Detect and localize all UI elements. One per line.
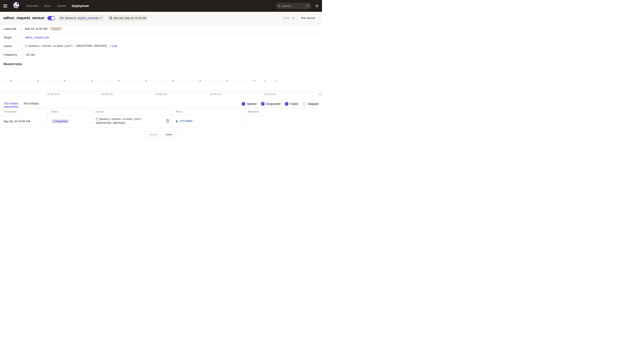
tick-dot-skipped[interactable] — [91, 80, 93, 82]
latest-tick-time: Sep 18, 11:00 AM — [25, 27, 47, 30]
run-status-dot — [176, 120, 178, 122]
refresh-countdown: 0:14 — [284, 17, 289, 20]
cell-requests — [244, 115, 322, 128]
cursor-label: Cursor — [0, 42, 22, 50]
axis-tick-label: 11:01 a.m. — [264, 93, 276, 96]
tick-dot-skipped[interactable] — [145, 80, 147, 82]
col-status: Status — [48, 108, 92, 115]
tab-tick-history[interactable]: Tick history — [4, 102, 18, 108]
sensor-details: Latest tick Sep 18, 11:00 AM Skipped Tar… — [0, 25, 322, 59]
frequency-value: ~30 sec — [25, 53, 35, 56]
tick-dot-skipped[interactable] — [64, 80, 66, 82]
filter-failed[interactable]: ✓Failed — [285, 102, 298, 106]
search-shortcut-key: / — [306, 4, 310, 8]
table-header-row: Timestamp Status Cursor Runs Requests — [0, 108, 322, 115]
timeline-gridline — [270, 69, 270, 91]
tick-dot-skipped[interactable] — [37, 80, 39, 82]
row-cursor-value: {"january-staten-island.json": 169479759… — [96, 117, 159, 125]
checkbox-icon — [303, 102, 306, 106]
newer-label: Newer — [149, 133, 158, 136]
menu-icon[interactable] — [3, 3, 9, 9]
nav-item-deployment[interactable]: Deployment — [72, 4, 89, 8]
cursor-row: Cursor {"january-staten-island.json": 16… — [0, 42, 322, 50]
col-runs: Runs — [172, 108, 244, 115]
axis-tick-label: 10:57 a.m. — [47, 93, 60, 96]
left-arrow-icon: ← — [145, 133, 148, 136]
reload-location-icon[interactable]: ⟳ — [100, 17, 102, 19]
cell-timestamp: Sep 18, 10:14:05 AM — [0, 115, 48, 128]
pencil-icon: ✎ — [109, 45, 112, 48]
filter-label: Failed — [290, 102, 298, 106]
sensor-on-toggle[interactable] — [48, 16, 55, 20]
filter-label: Skipped — [308, 102, 318, 106]
frequency-row: Frequency ~30 sec — [0, 50, 322, 59]
checkbox-icon: ✓ — [285, 102, 288, 106]
tick-dot-skipped[interactable] — [200, 80, 201, 82]
target-label: Target — [0, 33, 22, 42]
axis-tick-label: 11:02 a.m. — [318, 93, 322, 96]
cell-status: 1 Requested — [48, 115, 92, 128]
filter-requested[interactable]: ✓Requested — [261, 102, 280, 106]
tick-dot-skipped[interactable] — [254, 80, 255, 82]
page-title: adhoc_request_sensor — [3, 16, 44, 20]
primary-nav: Overview Runs Assets Deployment — [26, 4, 89, 8]
col-cursor: Cursor — [92, 108, 172, 115]
filter-label: Started — [247, 102, 256, 106]
test-sensor-button[interactable]: Test Sensor — [297, 15, 319, 21]
edit-label: Edit — [112, 45, 117, 48]
older-label: Older — [166, 133, 173, 136]
nav-item-assets[interactable]: Assets — [57, 4, 66, 8]
frequency-label: Frequency — [0, 50, 22, 59]
next-tick-badge: Next tick: Sep 18, 11:01 AM — [107, 15, 148, 21]
newer-button[interactable]: ← Newer — [142, 131, 161, 138]
cell-cursor: {"january-staten-island.json": 169479759… — [92, 115, 172, 128]
target-job-link[interactable]: adhoc_request_job — [25, 36, 49, 39]
timeline-gridline — [108, 69, 108, 91]
sensor-header: adhoc_request_sensor Sensor in dagster_u… — [0, 12, 322, 25]
edit-cursor-button[interactable]: ✎ Edit — [109, 45, 117, 48]
filter-started[interactable]: ✓Started — [242, 102, 256, 106]
sensor-in-label: Sensor in — [65, 17, 76, 20]
nav-item-runs[interactable]: Runs — [44, 4, 51, 8]
checkbox-icon: ✓ — [261, 102, 264, 106]
tick-timeline[interactable] — [0, 69, 322, 91]
right-arrow-icon: → — [174, 133, 177, 136]
axis-tick-label: 11:00 a.m. — [210, 93, 222, 96]
col-timestamp: Timestamp — [0, 108, 48, 115]
history-tabs-row: Tick history Run history ✓Started ✓Reque… — [0, 97, 322, 108]
search-icon — [278, 5, 280, 8]
tick-dot-marker[interactable] — [264, 80, 266, 81]
clipboard-icon — [166, 119, 169, 123]
stopwatch-icon — [109, 17, 112, 20]
tab-run-history[interactable]: Run history — [24, 102, 39, 108]
tick-dot-skipped[interactable] — [226, 80, 228, 82]
sensor-icon — [60, 17, 64, 19]
dagster-logo-icon — [12, 2, 21, 10]
tick-dot-skipped[interactable] — [172, 80, 174, 82]
checkbox-icon: ✓ — [242, 102, 245, 106]
search-input[interactable] — [282, 5, 304, 8]
tick-dot-skipped[interactable] — [10, 80, 12, 82]
pagination: ← Newer Older → — [0, 131, 322, 138]
filter-skipped[interactable]: Skipped — [303, 102, 318, 106]
tick-dot-skipped[interactable] — [118, 80, 120, 82]
tick-dot-pending[interactable] — [274, 80, 276, 82]
sensor-location-badge: Sensor in dagster_university ⟳ — [58, 15, 104, 21]
top-nav: Overview Runs Assets Deployment / ⚙ — [0, 0, 322, 12]
settings-gear-icon[interactable]: ⚙ — [315, 4, 319, 8]
copy-cursor-button[interactable] — [166, 119, 170, 124]
code-location-link[interactable]: dagster_university — [77, 17, 98, 20]
nav-item-overview[interactable]: Overview — [26, 4, 38, 8]
run-id-link[interactable]: cf2c8963 — [180, 120, 192, 123]
refresh-icon[interactable]: ⟳ — [292, 17, 294, 20]
cursor-value: {"january-staten-island.json": 169479759… — [25, 45, 107, 48]
requested-status-badge: 1 Requested — [51, 119, 69, 123]
table-row: Sep 18, 10:14:05 AM 1 Requested {"januar… — [0, 115, 322, 128]
search-box[interactable]: / — [276, 3, 311, 9]
older-button[interactable]: Older → — [163, 131, 180, 138]
filter-label: Requested — [266, 102, 280, 106]
recent-ticks-section: Recent ticks 10:57 a.m.10:58 a.m.10:59 a… — [0, 59, 322, 97]
axis-tick-label: 10:59 a.m. — [156, 93, 168, 96]
target-row: Target adhoc_request_job — [0, 33, 322, 42]
skipped-status-badge: Skipped — [49, 27, 62, 31]
